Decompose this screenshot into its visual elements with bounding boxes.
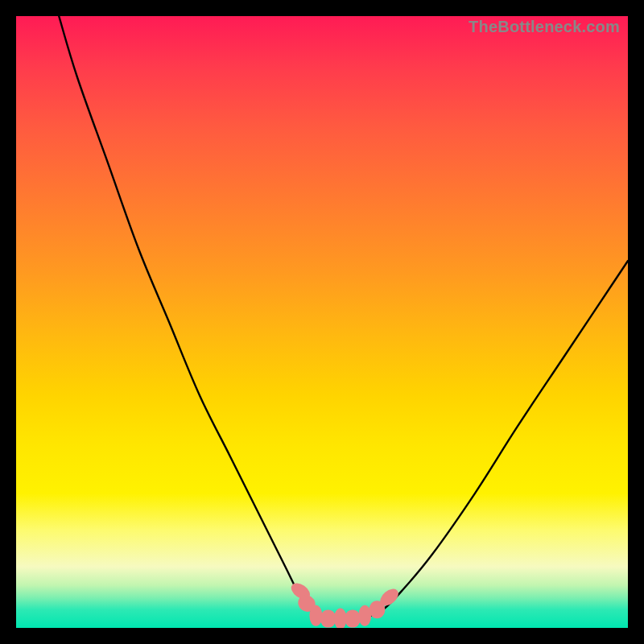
chart-frame: TheBottleneck.com	[0, 0, 644, 644]
valley-marker	[320, 610, 336, 628]
plot-area: TheBottleneck.com	[16, 16, 628, 628]
valley-marker	[345, 610, 361, 628]
bottleneck-curve	[59, 16, 628, 619]
curve-layer	[16, 16, 628, 628]
watermark-text: TheBottleneck.com	[469, 18, 620, 36]
valley-marker	[309, 605, 322, 626]
